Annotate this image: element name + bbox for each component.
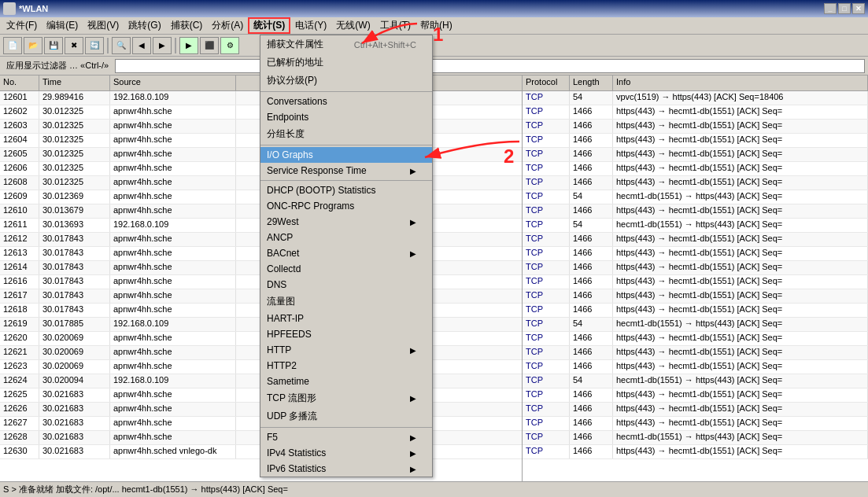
menu-wireless[interactable]: 无线(W) [331, 17, 375, 34]
table-row[interactable]: TCP 1466 https(443) → hecmt1-db(1551) [A… [523, 120, 868, 134]
menu-statistics[interactable]: 统计(S) [248, 17, 290, 34]
table-row[interactable]: TCP 54 hecmt1-db(1551) → https(443) [ACK… [523, 318, 868, 332]
col-time-header: Time [39, 75, 110, 90]
table-row[interactable]: 12630 30.021683 apnwr4hh.sched vnlego-dk [0, 445, 522, 459]
menu-tools[interactable]: 工具(T) [375, 17, 416, 34]
app-icon [3, 2, 16, 15]
table-row[interactable]: TCP 1466 https(443) → hecmt1-db(1551) [A… [523, 304, 868, 318]
menu-capture[interactable]: 捕获(C) [166, 17, 208, 34]
table-row[interactable]: 12620 30.020069 apnwr4hh.sche [0, 332, 522, 346]
table-row[interactable]: TCP 1466 https(443) → hecmt1-db(1551) [A… [523, 388, 868, 403]
cell-info: hecmt1-db(1551) → https(443) [ACK] Seq= [613, 431, 868, 444]
cell-proto: TCP [523, 204, 570, 218]
table-row[interactable]: 12628 30.021683 apnwr4hh.sche [0, 431, 522, 445]
table-row[interactable]: 12606 30.012325 apnwr4hh.sche [0, 162, 522, 176]
cell-source: apnwr4hh.sche [110, 304, 236, 317]
table-row[interactable]: TCP 54 hecmt1-db(1551) → https(443) [ACK… [523, 219, 868, 233]
cell-proto: TCP [523, 289, 570, 303]
table-row[interactable]: TCP 1466 https(443) → hecmt1-db(1551) [A… [523, 332, 868, 346]
packet-list[interactable]: No. Time Source 12601 29.989416 192.168.… [0, 75, 522, 497]
table-row[interactable]: TCP 1466 https(443) → hecmt1-db(1551) [A… [523, 204, 868, 219]
menu-bar: 文件(F) 编辑(E) 视图(V) 跳转(G) 捕获(C) 分析(A) 统计(S… [0, 17, 868, 35]
table-row[interactable]: 12613 30.017843 apnwr4hh.sche [0, 247, 522, 261]
minimize-button[interactable]: _ [824, 3, 837, 14]
cell-proto: TCP [523, 431, 570, 444]
table-row[interactable]: 12609 30.012369 apnwr4hh.sche [0, 190, 522, 204]
table-row[interactable]: 12624 30.020094 192.168.0.109 [0, 374, 522, 388]
table-row[interactable]: TCP 1466 https(443) → hecmt1-db(1551) [A… [523, 445, 868, 459]
table-row[interactable]: 12618 30.017843 apnwr4hh.sche [0, 304, 522, 318]
cell-no: 12609 [0, 190, 39, 204]
cell-len: 1466 [570, 360, 613, 374]
menu-telephone[interactable]: 电话(Y) [290, 17, 331, 34]
table-row[interactable]: 12619 30.017885 192.168.0.109 [0, 318, 522, 332]
table-row[interactable]: TCP 1466 https(443) → hecmt1-db(1551) [A… [523, 289, 868, 304]
menu-help[interactable]: 帮助(H) [416, 17, 457, 34]
table-row[interactable]: TCP 1466 https(443) → hecmt1-db(1551) [A… [523, 275, 868, 289]
table-row[interactable]: 12617 30.017843 apnwr4hh.sche [0, 289, 522, 304]
table-row[interactable]: 12612 30.017843 apnwr4hh.sche [0, 233, 522, 247]
table-row[interactable]: 12601 29.989416 192.168.0.109 [0, 91, 522, 105]
cell-proto: TCP [523, 105, 570, 119]
close-button[interactable]: ✕ [852, 3, 865, 14]
cell-time: 30.020094 [39, 374, 110, 388]
cell-source: apnwr4hh.sche [110, 360, 236, 374]
table-row[interactable]: 12608 30.012325 apnwr4hh.sche [0, 176, 522, 190]
table-row[interactable]: 12603 30.012325 apnwr4hh.sche [0, 120, 522, 134]
toolbar-back[interactable]: ◀ [132, 37, 151, 54]
cell-source: apnwr4hh.sche [110, 204, 236, 218]
toolbar-options[interactable]: ⚙ [220, 37, 239, 54]
filter-input[interactable] [115, 59, 865, 73]
cell-info: hecmt1-db(1551) → https(443) [ACK] Seq= [613, 190, 868, 204]
table-row[interactable]: 12626 30.021683 apnwr4hh.sche [0, 403, 522, 417]
cell-info: https(443) → hecmt1-db(1551) [ACK] Seq= [613, 162, 868, 175]
table-row[interactable]: TCP 1466 https(443) → hecmt1-db(1551) [A… [523, 360, 868, 374]
toolbar-close[interactable]: ✖ [65, 37, 83, 54]
cell-time: 30.020069 [39, 332, 110, 345]
filter-bar: 应用显示过滤器 … «Ctrl-/» [0, 57, 868, 75]
toolbar-restart[interactable]: ⬛ [200, 37, 219, 54]
table-row[interactable]: 12605 30.012325 apnwr4hh.sche [0, 148, 522, 162]
table-row[interactable]: 12611 30.013693 192.168.0.109 [0, 219, 522, 233]
menu-file[interactable]: 文件(F) [2, 17, 42, 34]
table-row[interactable]: TCP 54 hecmt1-db(1551) → https(443) [ACK… [523, 374, 868, 388]
table-row[interactable]: TCP 1466 https(443) → hecmt1-db(1551) [A… [523, 162, 868, 176]
table-row[interactable]: TCP 1466 https(443) → hecmt1-db(1551) [A… [523, 403, 868, 417]
table-row[interactable]: TCP 1466 https(443) → hecmt1-db(1551) [A… [523, 417, 868, 431]
cell-info: https(443) → hecmt1-db(1551) [ACK] Seq= [613, 261, 868, 274]
table-row[interactable]: 12623 30.020069 apnwr4hh.sche [0, 360, 522, 374]
table-row[interactable]: TCP 1466 https(443) → hecmt1-db(1551) [A… [523, 148, 868, 162]
right-rows-container: TCP 54 vpvc(1519) → https(443) [ACK] Seq… [523, 91, 868, 459]
table-row[interactable]: TCP 1466 https(443) → hecmt1-db(1551) [A… [523, 346, 868, 360]
table-row[interactable]: TCP 54 hecmt1-db(1551) → https(443) [ACK… [523, 190, 868, 204]
toolbar-forward[interactable]: ▶ [153, 37, 172, 54]
table-row[interactable]: TCP 1466 https(443) → hecmt1-db(1551) [A… [523, 134, 868, 148]
table-row[interactable]: 12610 30.013679 apnwr4hh.sche [0, 204, 522, 219]
toolbar-save[interactable]: 💾 [44, 37, 63, 54]
cell-time: 30.017843 [39, 275, 110, 289]
toolbar-search[interactable]: 🔍 [112, 37, 131, 54]
table-row[interactable]: 12614 30.017843 apnwr4hh.sche [0, 261, 522, 275]
maximize-button[interactable]: □ [838, 3, 851, 14]
menu-edit[interactable]: 编辑(E) [42, 17, 83, 34]
table-row[interactable]: TCP 1466 https(443) → hecmt1-db(1551) [A… [523, 176, 868, 190]
menu-analyze[interactable]: 分析(A) [207, 17, 248, 34]
menu-view[interactable]: 视图(V) [83, 17, 124, 34]
toolbar-new[interactable]: 📄 [3, 37, 22, 54]
table-row[interactable]: 12625 30.021683 apnwr4hh.sche [0, 388, 522, 403]
menu-jump[interactable]: 跳转(G) [124, 17, 165, 34]
table-row[interactable]: 12604 30.012325 apnwr4hh.sche [0, 134, 522, 148]
table-row[interactable]: 12616 30.017843 apnwr4hh.sche [0, 275, 522, 289]
table-row[interactable]: 12621 30.020069 apnwr4hh.sche [0, 346, 522, 360]
table-row[interactable]: 12602 30.012325 apnwr4hh.sche [0, 105, 522, 120]
table-row[interactable]: TCP 1466 https(443) → hecmt1-db(1551) [A… [523, 247, 868, 261]
table-row[interactable]: 12627 30.021683 apnwr4hh.sche [0, 417, 522, 431]
toolbar-reload[interactable]: 🔄 [85, 37, 104, 54]
table-row[interactable]: TCP 1466 https(443) → hecmt1-db(1551) [A… [523, 261, 868, 275]
table-row[interactable]: TCP 54 vpvc(1519) → https(443) [ACK] Seq… [523, 91, 868, 105]
table-row[interactable]: TCP 1466 hecmt1-db(1551) → https(443) [A… [523, 431, 868, 445]
toolbar-stop[interactable]: ▶ [179, 37, 198, 54]
table-row[interactable]: TCP 1466 https(443) → hecmt1-db(1551) [A… [523, 233, 868, 247]
toolbar-open[interactable]: 📂 [24, 37, 42, 54]
table-row[interactable]: TCP 1466 https(443) → hecmt1-db(1551) [A… [523, 105, 868, 120]
